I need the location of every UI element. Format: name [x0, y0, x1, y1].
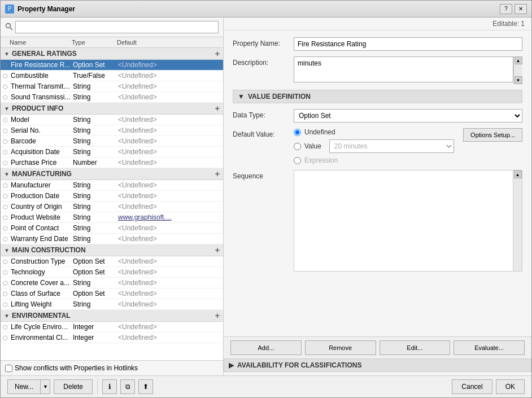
group-add-button[interactable]: +	[215, 312, 220, 320]
row-type: String	[72, 126, 117, 134]
table-row[interactable]: ⬡ Production Date String <Undefined>	[1, 191, 223, 202]
right-panel: Editable: 1 Property Name: Description: …	[224, 18, 531, 375]
row-name: Barcode	[10, 137, 72, 145]
row-default: <Undefined>	[117, 192, 221, 200]
remove-button[interactable]: Remove	[305, 340, 376, 355]
row-default: <Undefined>	[117, 203, 221, 211]
drag-handle: ⬡	[3, 193, 10, 199]
row-type: Option Set	[72, 257, 117, 265]
group-label: GENERAL RATINGS	[12, 50, 77, 58]
right-top-bar: Editable: 1	[224, 18, 531, 30]
row-default: <Undefined>	[117, 159, 221, 167]
table-row[interactable]: ⬡ Barcode String <Undefined>	[1, 136, 223, 147]
table-row[interactable]: ⬡ Fire Resistance R... Option Set <Undef…	[1, 60, 223, 71]
group-add-button[interactable]: +	[215, 50, 220, 58]
show-conflicts-checkbox[interactable]	[5, 365, 12, 372]
default-value-radio-group: Undefined Value 20 minutes	[294, 128, 454, 164]
edit-button[interactable]: Edit...	[380, 340, 451, 355]
description-textarea[interactable]: minutes	[294, 56, 513, 82]
table-row[interactable]: ⬡ Construction Type Option Set <Undefine…	[1, 256, 223, 267]
group-header-main-construction[interactable]: ▼ MAIN CONSTRUCTION +	[1, 244, 223, 256]
row-default: <Undefined>	[117, 181, 221, 189]
table-row[interactable]: ⬡ Sound Transmissi... String <Undefined>	[1, 92, 223, 103]
table-row[interactable]: ⬡ Warranty End Date String <Undefined>	[1, 234, 223, 244]
search-input[interactable]	[15, 21, 219, 33]
table-row[interactable]: ⬡ Environmental Cl... Integer <Undefined…	[1, 333, 223, 343]
row-default: <Undefined>	[117, 61, 221, 69]
expand-icon: ▼	[4, 51, 10, 57]
table-row[interactable]: ⬡ Country of Origin String <Undefined>	[1, 202, 223, 212]
help-button[interactable]: ?	[500, 4, 512, 14]
radio-undefined[interactable]	[294, 129, 301, 136]
row-default: <Undefined>	[117, 279, 221, 287]
scroll-up-button[interactable]: ▲	[514, 56, 522, 64]
footer: New... ▼ Delete ℹ ⧉ ⬆ Cancel OK	[1, 375, 531, 397]
new-button[interactable]: New...	[7, 379, 40, 394]
seq-scroll-up[interactable]: ▲	[514, 170, 522, 178]
group-header-manufacturing[interactable]: ▼ MANUFACTURING +	[1, 168, 223, 180]
table-row[interactable]: ⬡ Purchase Price Number <Undefined>	[1, 158, 223, 168]
copy-button[interactable]: ⧉	[120, 379, 135, 394]
table-row[interactable]: ⬡ Combustible True/False <Undefined>	[1, 71, 223, 81]
table-row[interactable]: ⬡ Class of Surface Option Set <Undefined…	[1, 288, 223, 299]
radio-expression-label: Expression	[304, 156, 338, 164]
cancel-button[interactable]: Cancel	[452, 379, 492, 394]
scroll-down-button[interactable]: ▼	[514, 76, 522, 84]
value-select[interactable]: 20 minutes	[329, 139, 454, 153]
group-header-general-ratings[interactable]: ▼ GENERAL RATINGS +	[1, 48, 223, 60]
delete-button[interactable]: Delete	[54, 379, 93, 394]
row-default: <Undefined>	[117, 300, 221, 308]
property-name-row: Property Name:	[233, 37, 522, 51]
close-button[interactable]: ✕	[514, 4, 527, 14]
data-type-select[interactable]: Option Set String Number Integer True/Fa…	[294, 109, 522, 123]
table-row[interactable]: ⬡ Thermal Transmitt... String <Undefined…	[1, 81, 223, 92]
expand-icon: ▼	[4, 247, 10, 253]
expand-icon: ▼	[4, 106, 10, 112]
value-definition-section[interactable]: ▼ VALUE DEFINITION	[233, 90, 522, 103]
table-row[interactable]: ⬡ Lifting Weight String <Undefined>	[1, 299, 223, 310]
drag-handle: ⬡	[3, 149, 10, 155]
export-button[interactable]: ⬆	[138, 379, 153, 394]
new-dropdown-button[interactable]: ▼	[40, 379, 50, 394]
table-row[interactable]: ⬡ Life Cycle Environ... Integer <Undefin…	[1, 322, 223, 333]
evaluate-button[interactable]: Evaluate...	[453, 340, 525, 355]
group-add-button[interactable]: +	[215, 246, 220, 254]
row-default: <Undefined>	[117, 268, 221, 276]
footer-left-buttons: New... ▼ Delete ℹ ⧉ ⬆	[7, 379, 153, 394]
group-add-button[interactable]: +	[215, 170, 220, 178]
row-default: <Undefined>	[117, 224, 221, 232]
row-name: Construction Type	[10, 257, 72, 265]
bottom-bar: Add... Remove Edit... Evaluate...	[224, 336, 531, 358]
table-row[interactable]: ⬡ Technology Option Set <Undefined>	[1, 267, 223, 278]
table-row[interactable]: ⬡ Manufacturer String <Undefined>	[1, 180, 223, 191]
table-row[interactable]: ⬡ Point of Contact String <Undefined>	[1, 223, 223, 234]
radio-expression[interactable]	[294, 157, 301, 164]
availability-section[interactable]: ▶ AVAILABILITY FOR CLASSIFICATIONS	[224, 358, 531, 372]
group-add-button[interactable]: +	[215, 104, 220, 112]
show-conflicts-label[interactable]: Show conflicts with Properties in Hotlin…	[5, 364, 138, 372]
info-button[interactable]: ℹ	[102, 379, 117, 394]
drag-handle: ⬡	[3, 160, 10, 166]
left-panel: Name Type Default ▼ GENERAL RATINGS + ⬡ …	[1, 18, 224, 375]
table-row[interactable]: ⬡ Acquisition Date String <Undefined>	[1, 147, 223, 158]
row-type: String	[72, 213, 117, 221]
property-name-input[interactable]	[294, 37, 522, 51]
group-header-environmental[interactable]: ▼ ENVIRONMENTAL +	[1, 310, 223, 322]
table-row[interactable]: ⬡ Concrete Cover a... String <Undefined>	[1, 278, 223, 288]
default-value-label: Default Value:	[233, 128, 289, 138]
value-select-wrap: 20 minutes	[329, 139, 454, 153]
table-row[interactable]: ⬡ Serial No. String <Undefined>	[1, 125, 223, 136]
options-setup-button[interactable]: Options Setup...	[463, 128, 522, 142]
add-button[interactable]: Add...	[230, 340, 302, 355]
row-default: <Undefined>	[117, 116, 221, 124]
table-row[interactable]: ⬡ Model String <Undefined>	[1, 115, 223, 125]
row-type: String	[72, 93, 117, 101]
drag-handle: ⬡	[3, 280, 10, 286]
drag-handle: ⬡	[3, 138, 10, 145]
radio-value[interactable]	[294, 143, 301, 150]
ok-button[interactable]: OK	[496, 379, 525, 394]
drag-handle: ⬡	[3, 84, 10, 90]
table-row[interactable]: ⬡ Product Website String www.graphisoft.…	[1, 212, 223, 223]
group-header-product-info[interactable]: ▼ PRODUCT INFO +	[1, 103, 223, 115]
window-controls: ? ✕	[500, 4, 527, 14]
